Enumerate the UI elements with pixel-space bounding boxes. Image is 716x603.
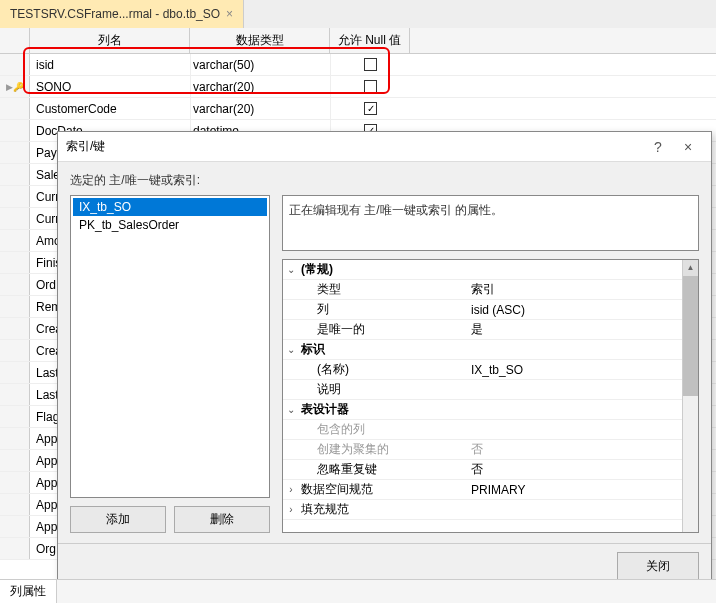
tab-title: TESTSRV.CSFrame...rmal - dbo.tb_SO: [10, 7, 220, 21]
prop-fill-label: 填充规范: [299, 501, 469, 518]
description-text: 正在编辑现有 主/唯一键或索引 的属性。: [282, 195, 699, 251]
dialog-title: 索引/键: [66, 138, 643, 155]
close-icon[interactable]: ×: [226, 7, 233, 21]
prop-columns-label: 列: [299, 301, 469, 318]
prop-unique-label: 是唯一的: [299, 321, 469, 338]
prop-clustered-value[interactable]: 否: [469, 441, 698, 458]
cell-data-type[interactable]: varchar(20): [190, 98, 330, 119]
grid-header: 列名 数据类型 允许 Null 值: [0, 28, 716, 54]
bottom-tab-bar: 列属性: [0, 579, 716, 603]
prop-ignoredup-label: 忽略重复键: [299, 461, 469, 478]
index-list[interactable]: IX_tb_SO PK_tb_SalesOrder: [70, 195, 270, 498]
collapse-icon[interactable]: ⌄: [283, 404, 299, 415]
cell-column-name[interactable]: SONO: [30, 80, 190, 94]
collapse-icon[interactable]: ⌄: [283, 344, 299, 355]
scroll-thumb[interactable]: [683, 276, 698, 396]
list-item[interactable]: IX_tb_SO: [73, 198, 267, 216]
prop-space-value[interactable]: PRIMARY: [469, 483, 698, 497]
list-label: 选定的 主/唯一键或索引:: [70, 172, 699, 189]
prop-desc-label: 说明: [299, 381, 469, 398]
header-column-name[interactable]: 列名: [30, 28, 190, 53]
prop-included-label: 包含的列: [299, 421, 469, 438]
table-row[interactable]: isidvarchar(50): [0, 54, 716, 76]
checkbox[interactable]: [364, 80, 377, 93]
prop-space-label: 数据空间规范: [299, 481, 469, 498]
help-icon[interactable]: ?: [643, 139, 673, 155]
cell-column-name[interactable]: CustomerCode: [30, 102, 190, 116]
add-button[interactable]: 添加: [70, 506, 166, 533]
cell-data-type[interactable]: varchar(50): [190, 54, 330, 75]
prop-name-label: (名称): [299, 361, 469, 378]
prop-name-value[interactable]: IX_tb_SO: [469, 363, 698, 377]
column-properties-tab[interactable]: 列属性: [0, 580, 57, 603]
category-identity: 标识: [299, 341, 469, 358]
table-row[interactable]: CustomerCodevarchar(20): [0, 98, 716, 120]
category-general: (常规): [299, 261, 469, 278]
property-grid[interactable]: ⌄(常规) 类型索引 列isid (ASC) 是唯一的是 ⌄标识 (名称)IX_…: [282, 259, 699, 533]
cell-column-name[interactable]: isid: [30, 58, 190, 72]
checkbox[interactable]: [364, 102, 377, 115]
close-button[interactable]: 关闭: [617, 552, 699, 581]
cell-allow-null[interactable]: [330, 54, 410, 75]
collapse-icon[interactable]: ⌄: [283, 264, 299, 275]
indexes-keys-dialog: 索引/键 ? × 选定的 主/唯一键或索引: IX_tb_SO PK_tb_Sa…: [57, 131, 712, 590]
close-icon[interactable]: ×: [673, 139, 703, 155]
prop-clustered-label: 创建为聚集的: [299, 441, 469, 458]
category-designer: 表设计器: [299, 401, 469, 418]
cell-allow-null[interactable]: [330, 98, 410, 119]
prop-ignoredup-value[interactable]: 否: [469, 461, 698, 478]
delete-button[interactable]: 删除: [174, 506, 270, 533]
prop-type-label: 类型: [299, 281, 469, 298]
cell-data-type[interactable]: varchar(20): [190, 76, 330, 97]
key-icon: ▶🔑: [6, 82, 24, 92]
prop-unique-value[interactable]: 是: [469, 321, 698, 338]
cell-allow-null[interactable]: [330, 76, 410, 97]
checkbox[interactable]: [364, 58, 377, 71]
scrollbar[interactable]: ▲: [682, 260, 698, 532]
expand-icon[interactable]: ›: [283, 504, 299, 515]
header-allow-null[interactable]: 允许 Null 值: [330, 28, 410, 53]
header-data-type[interactable]: 数据类型: [190, 28, 330, 53]
prop-columns-value[interactable]: isid (ASC): [469, 303, 698, 317]
list-item[interactable]: PK_tb_SalesOrder: [73, 216, 267, 234]
dialog-titlebar[interactable]: 索引/键 ? ×: [58, 132, 711, 162]
document-tab[interactable]: TESTSRV.CSFrame...rmal - dbo.tb_SO ×: [0, 0, 244, 28]
expand-icon[interactable]: ›: [283, 484, 299, 495]
scroll-up-icon[interactable]: ▲: [683, 260, 698, 276]
document-tab-bar: TESTSRV.CSFrame...rmal - dbo.tb_SO ×: [0, 0, 716, 28]
table-row[interactable]: ▶🔑SONOvarchar(20): [0, 76, 716, 98]
prop-type-value[interactable]: 索引: [469, 281, 698, 298]
